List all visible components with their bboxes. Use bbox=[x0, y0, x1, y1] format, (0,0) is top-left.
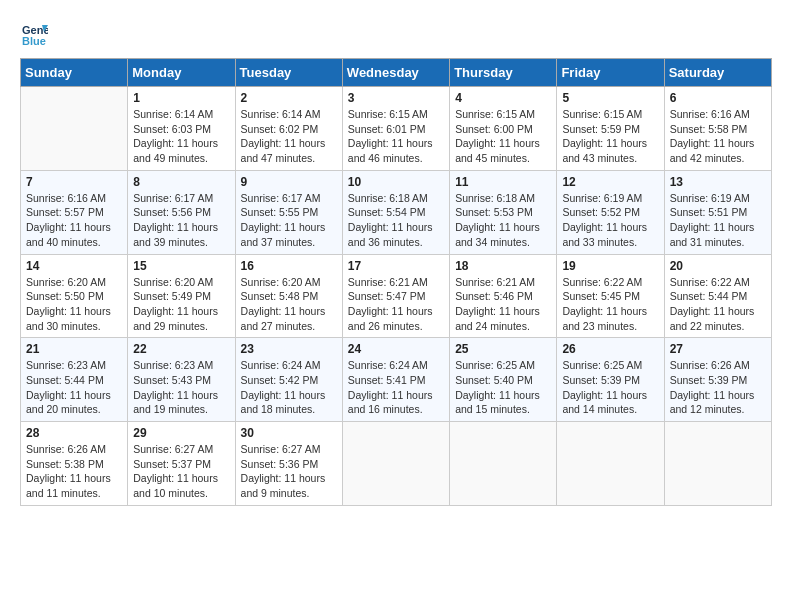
sunset: Sunset: 5:57 PM bbox=[26, 206, 104, 218]
calendar-cell bbox=[450, 422, 557, 506]
sunset: Sunset: 5:58 PM bbox=[670, 123, 748, 135]
day-number: 15 bbox=[133, 259, 229, 273]
day-number: 1 bbox=[133, 91, 229, 105]
daylight: Daylight: 11 hours and 12 minutes. bbox=[670, 389, 755, 416]
daylight: Daylight: 11 hours and 49 minutes. bbox=[133, 137, 218, 164]
day-number: 3 bbox=[348, 91, 444, 105]
sunrise: Sunrise: 6:24 AM bbox=[241, 359, 321, 371]
day-number: 7 bbox=[26, 175, 122, 189]
sunset: Sunset: 5:56 PM bbox=[133, 206, 211, 218]
day-number: 17 bbox=[348, 259, 444, 273]
sunset: Sunset: 5:40 PM bbox=[455, 374, 533, 386]
daylight: Daylight: 11 hours and 37 minutes. bbox=[241, 221, 326, 248]
sunrise: Sunrise: 6:17 AM bbox=[133, 192, 213, 204]
calendar-cell: 19Sunrise: 6:22 AMSunset: 5:45 PMDayligh… bbox=[557, 254, 664, 338]
col-header-friday: Friday bbox=[557, 59, 664, 87]
sunset: Sunset: 5:38 PM bbox=[26, 458, 104, 470]
sunset: Sunset: 6:01 PM bbox=[348, 123, 426, 135]
day-number: 5 bbox=[562, 91, 658, 105]
logo: General Blue bbox=[20, 20, 48, 48]
sunset: Sunset: 5:55 PM bbox=[241, 206, 319, 218]
daylight: Daylight: 11 hours and 16 minutes. bbox=[348, 389, 433, 416]
sunset: Sunset: 5:46 PM bbox=[455, 290, 533, 302]
day-number: 13 bbox=[670, 175, 766, 189]
day-number: 18 bbox=[455, 259, 551, 273]
col-header-wednesday: Wednesday bbox=[342, 59, 449, 87]
calendar-cell: 29Sunrise: 6:27 AMSunset: 5:37 PMDayligh… bbox=[128, 422, 235, 506]
sunrise: Sunrise: 6:18 AM bbox=[455, 192, 535, 204]
sunrise: Sunrise: 6:26 AM bbox=[26, 443, 106, 455]
col-header-sunday: Sunday bbox=[21, 59, 128, 87]
sunset: Sunset: 5:59 PM bbox=[562, 123, 640, 135]
sunset: Sunset: 5:36 PM bbox=[241, 458, 319, 470]
sunset: Sunset: 5:43 PM bbox=[133, 374, 211, 386]
sunrise: Sunrise: 6:14 AM bbox=[241, 108, 321, 120]
daylight: Daylight: 11 hours and 30 minutes. bbox=[26, 305, 111, 332]
sunset: Sunset: 5:53 PM bbox=[455, 206, 533, 218]
daylight: Daylight: 11 hours and 42 minutes. bbox=[670, 137, 755, 164]
sunset: Sunset: 5:39 PM bbox=[562, 374, 640, 386]
sunrise: Sunrise: 6:20 AM bbox=[133, 276, 213, 288]
sunrise: Sunrise: 6:15 AM bbox=[348, 108, 428, 120]
sunset: Sunset: 5:37 PM bbox=[133, 458, 211, 470]
calendar-cell: 16Sunrise: 6:20 AMSunset: 5:48 PMDayligh… bbox=[235, 254, 342, 338]
day-number: 30 bbox=[241, 426, 337, 440]
page-header: General Blue bbox=[20, 20, 772, 48]
day-number: 23 bbox=[241, 342, 337, 356]
daylight: Daylight: 11 hours and 22 minutes. bbox=[670, 305, 755, 332]
sunset: Sunset: 5:42 PM bbox=[241, 374, 319, 386]
sunrise: Sunrise: 6:25 AM bbox=[562, 359, 642, 371]
sunrise: Sunrise: 6:22 AM bbox=[670, 276, 750, 288]
day-number: 28 bbox=[26, 426, 122, 440]
daylight: Daylight: 11 hours and 11 minutes. bbox=[26, 472, 111, 499]
sunset: Sunset: 5:50 PM bbox=[26, 290, 104, 302]
calendar-cell: 8Sunrise: 6:17 AMSunset: 5:56 PMDaylight… bbox=[128, 170, 235, 254]
sunset: Sunset: 5:48 PM bbox=[241, 290, 319, 302]
sunrise: Sunrise: 6:16 AM bbox=[670, 108, 750, 120]
calendar-cell: 4Sunrise: 6:15 AMSunset: 6:00 PMDaylight… bbox=[450, 87, 557, 171]
calendar-cell: 9Sunrise: 6:17 AMSunset: 5:55 PMDaylight… bbox=[235, 170, 342, 254]
daylight: Daylight: 11 hours and 34 minutes. bbox=[455, 221, 540, 248]
sunset: Sunset: 6:03 PM bbox=[133, 123, 211, 135]
sunset: Sunset: 5:45 PM bbox=[562, 290, 640, 302]
calendar-cell: 10Sunrise: 6:18 AMSunset: 5:54 PMDayligh… bbox=[342, 170, 449, 254]
day-number: 12 bbox=[562, 175, 658, 189]
sunrise: Sunrise: 6:14 AM bbox=[133, 108, 213, 120]
daylight: Daylight: 11 hours and 45 minutes. bbox=[455, 137, 540, 164]
calendar-cell: 26Sunrise: 6:25 AMSunset: 5:39 PMDayligh… bbox=[557, 338, 664, 422]
day-number: 14 bbox=[26, 259, 122, 273]
sunrise: Sunrise: 6:16 AM bbox=[26, 192, 106, 204]
day-number: 20 bbox=[670, 259, 766, 273]
sunrise: Sunrise: 6:24 AM bbox=[348, 359, 428, 371]
col-header-monday: Monday bbox=[128, 59, 235, 87]
day-number: 27 bbox=[670, 342, 766, 356]
sunrise: Sunrise: 6:21 AM bbox=[455, 276, 535, 288]
calendar-cell: 7Sunrise: 6:16 AMSunset: 5:57 PMDaylight… bbox=[21, 170, 128, 254]
calendar-cell: 11Sunrise: 6:18 AMSunset: 5:53 PMDayligh… bbox=[450, 170, 557, 254]
logo-icon: General Blue bbox=[20, 20, 48, 48]
calendar-cell: 12Sunrise: 6:19 AMSunset: 5:52 PMDayligh… bbox=[557, 170, 664, 254]
calendar-cell bbox=[664, 422, 771, 506]
day-number: 24 bbox=[348, 342, 444, 356]
sunrise: Sunrise: 6:19 AM bbox=[562, 192, 642, 204]
daylight: Daylight: 11 hours and 27 minutes. bbox=[241, 305, 326, 332]
calendar-cell bbox=[557, 422, 664, 506]
sunset: Sunset: 5:41 PM bbox=[348, 374, 426, 386]
sunrise: Sunrise: 6:23 AM bbox=[26, 359, 106, 371]
calendar-cell: 14Sunrise: 6:20 AMSunset: 5:50 PMDayligh… bbox=[21, 254, 128, 338]
svg-text:Blue: Blue bbox=[22, 35, 46, 47]
sunset: Sunset: 5:47 PM bbox=[348, 290, 426, 302]
sunrise: Sunrise: 6:19 AM bbox=[670, 192, 750, 204]
col-header-thursday: Thursday bbox=[450, 59, 557, 87]
calendar-cell: 15Sunrise: 6:20 AMSunset: 5:49 PMDayligh… bbox=[128, 254, 235, 338]
daylight: Daylight: 11 hours and 19 minutes. bbox=[133, 389, 218, 416]
daylight: Daylight: 11 hours and 47 minutes. bbox=[241, 137, 326, 164]
sunrise: Sunrise: 6:23 AM bbox=[133, 359, 213, 371]
sunrise: Sunrise: 6:26 AM bbox=[670, 359, 750, 371]
calendar-cell bbox=[21, 87, 128, 171]
calendar-cell: 2Sunrise: 6:14 AMSunset: 6:02 PMDaylight… bbox=[235, 87, 342, 171]
sunset: Sunset: 5:54 PM bbox=[348, 206, 426, 218]
col-header-tuesday: Tuesday bbox=[235, 59, 342, 87]
calendar-cell: 23Sunrise: 6:24 AMSunset: 5:42 PMDayligh… bbox=[235, 338, 342, 422]
sunrise: Sunrise: 6:22 AM bbox=[562, 276, 642, 288]
